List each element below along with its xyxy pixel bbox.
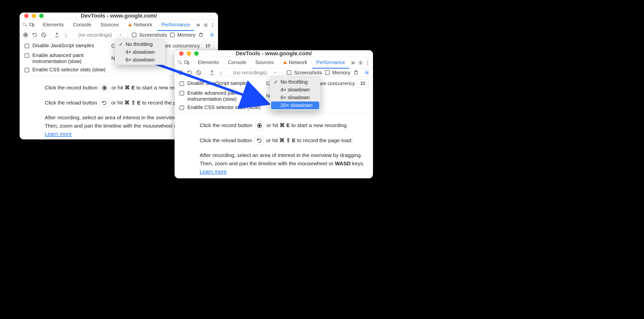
record-icon (255, 121, 264, 130)
tab-performance[interactable]: Performance (157, 19, 194, 31)
window-title: DevTools - www.google.com/ (24, 13, 214, 19)
record-button[interactable] (22, 31, 29, 39)
tab-elements[interactable]: Elements (39, 19, 68, 31)
reload-icon (255, 136, 264, 145)
kebab-menu-icon[interactable] (210, 21, 216, 29)
close-icon[interactable] (24, 14, 29, 18)
window-title: DevTools - www.google.com/ (179, 50, 369, 57)
learn-more-link[interactable]: Learn more (200, 169, 227, 174)
performance-toolbar: (no recordings) Screenshots Memory (175, 69, 373, 77)
performance-toolbar: (no recordings) Screenshots Memory (20, 31, 218, 39)
screenshots-checkbox[interactable]: Screenshots (286, 70, 322, 76)
recordings-dropdown[interactable]: (no recordings) (76, 32, 125, 38)
help-line-record: Click the record button or hit ⌘ E to st… (200, 121, 365, 130)
tab-network[interactable]: Network (124, 19, 156, 31)
capture-settings-gear-icon[interactable] (363, 69, 370, 77)
capture-settings-gear-icon[interactable] (208, 31, 216, 39)
css-selector-stats-checkbox[interactable]: Enable CSS selector stats (slow) (24, 67, 106, 73)
memory-checkbox[interactable]: Memory (169, 32, 195, 38)
chevron-down-icon (274, 71, 277, 74)
zoom-icon[interactable] (39, 14, 44, 18)
recordings-dropdown[interactable]: (no recordings) (231, 70, 280, 76)
more-tabs-icon[interactable] (195, 21, 201, 29)
download-icon (218, 69, 225, 77)
separator (283, 69, 283, 76)
separator (128, 32, 128, 38)
disable-js-samples-checkbox[interactable]: Disable JavaScript samples (24, 43, 106, 49)
settings-gear-icon[interactable] (203, 21, 209, 29)
capture-settings-pane: Disable JavaScript samples CPU: Hardware… (175, 77, 373, 114)
cpu-throttle-dropdown: ✓No throttling 4× slowdown 6× slowdown (115, 39, 165, 65)
clear-button[interactable] (40, 31, 47, 39)
record-icon (100, 83, 109, 92)
kebab-menu-icon[interactable] (365, 59, 370, 67)
download-icon (63, 31, 70, 39)
help-after-recording: After recording, select an area of inter… (200, 151, 365, 176)
titlebar: DevTools - www.google.com/ (175, 50, 373, 57)
tab-sources[interactable]: Sources (251, 57, 278, 69)
tab-performance[interactable]: Performance (312, 57, 349, 69)
minimize-icon[interactable] (187, 51, 191, 56)
inspect-element-icon[interactable] (22, 21, 28, 29)
reload-button[interactable] (31, 31, 38, 39)
traffic-lights (24, 14, 44, 18)
settings-gear-icon[interactable] (358, 59, 364, 67)
inspect-element-icon[interactable] (177, 59, 183, 67)
separator (192, 60, 192, 66)
record-button[interactable] (177, 69, 184, 77)
screenshots-checkbox[interactable]: Screenshots (131, 32, 167, 38)
reload-icon (100, 98, 109, 108)
panel-tabbar: Elements Console Sources Network Perform… (175, 57, 373, 69)
help-content: Click the record button or hit ⌘ E to st… (175, 114, 373, 183)
throttle-option-none[interactable]: ✓No throttling (271, 78, 319, 86)
hw-concurrency-input[interactable] (201, 42, 214, 50)
separator (72, 32, 73, 38)
separator (227, 69, 228, 76)
reload-button[interactable] (186, 69, 193, 77)
toggle-device-icon[interactable] (184, 59, 190, 67)
learn-more-link[interactable]: Learn more (45, 131, 72, 137)
tab-network[interactable]: Network (279, 57, 311, 69)
panel-tabbar: Elements Console Sources Network Perform… (20, 19, 218, 31)
upload-icon[interactable] (208, 69, 216, 77)
disable-js-samples-checkbox[interactable]: Disable JavaScript samples (179, 80, 261, 87)
throttle-option-4x[interactable]: 4× slowdown (116, 48, 164, 56)
close-icon[interactable] (179, 51, 184, 56)
throttle-option-20x[interactable]: 20× slowdown (271, 101, 319, 109)
toggle-device-icon[interactable] (29, 21, 35, 29)
memory-checkbox[interactable]: Memory (324, 70, 350, 76)
warning-icon (283, 60, 287, 65)
tab-sources[interactable]: Sources (96, 19, 123, 31)
devtools-window-after: DevTools - www.google.com/ Elements Cons… (175, 50, 373, 178)
hw-concurrency-input[interactable] (356, 79, 369, 87)
titlebar: DevTools - www.google.com/ (20, 13, 218, 19)
tab-console[interactable]: Console (69, 19, 95, 31)
zoom-icon[interactable] (194, 51, 199, 56)
separator (50, 32, 50, 38)
tab-console[interactable]: Console (224, 57, 250, 69)
throttle-option-6x[interactable]: 6× slowdown (116, 56, 164, 64)
warning-icon (128, 22, 132, 27)
separator (37, 22, 37, 28)
help-line-reload: Click the reload button or hit ⌘ ⇧ E to … (200, 136, 365, 145)
adv-paint-checkbox[interactable]: Enable advanced paint instrumentation (s… (24, 52, 106, 64)
more-tabs-icon[interactable] (350, 59, 356, 67)
throttle-option-6x[interactable]: 6× slowdown (271, 94, 319, 101)
collect-garbage-icon[interactable] (352, 69, 359, 77)
cpu-throttle-dropdown: ✓No throttling 4× slowdown 6× slowdown 2… (270, 77, 320, 110)
css-selector-stats-checkbox[interactable]: Enable CSS selector stats (slow) (179, 104, 261, 111)
collect-garbage-icon[interactable] (197, 31, 204, 39)
minimize-icon[interactable] (32, 14, 36, 18)
separator (205, 69, 205, 76)
chevron-down-icon (119, 33, 122, 37)
adv-paint-checkbox[interactable]: Enable advanced paint instrumentation (s… (179, 90, 261, 102)
throttle-option-4x[interactable]: 4× slowdown (271, 86, 319, 94)
throttle-option-none[interactable]: ✓No throttling (116, 40, 164, 48)
traffic-lights (179, 51, 199, 56)
clear-button[interactable] (195, 69, 202, 77)
tab-elements[interactable]: Elements (194, 57, 223, 69)
upload-icon[interactable] (53, 31, 61, 39)
